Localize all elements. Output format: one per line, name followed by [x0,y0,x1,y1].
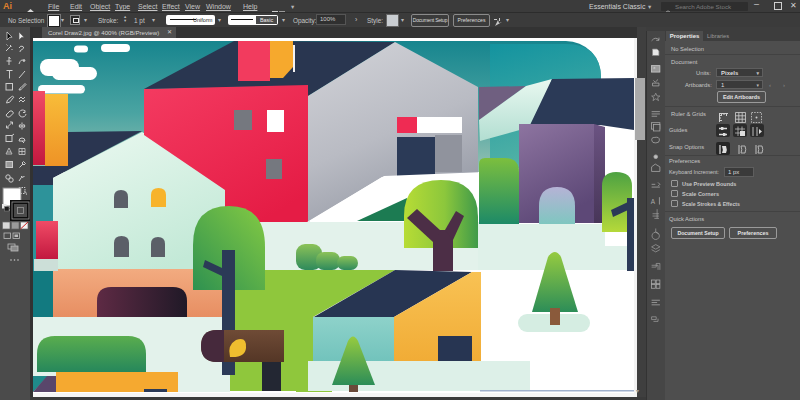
svg-text:A: A [651,198,656,205]
